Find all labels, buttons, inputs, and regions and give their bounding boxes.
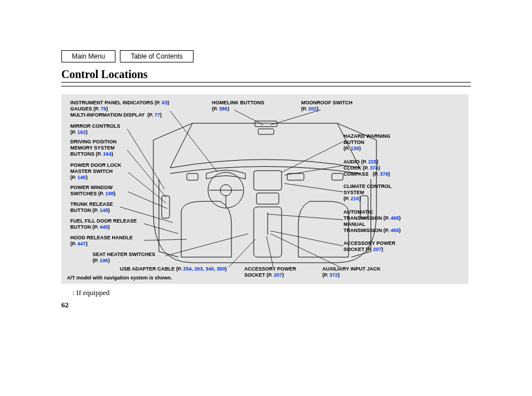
page-ref[interactable]: 75 xyxy=(100,106,106,112)
page-title: Control Locations xyxy=(61,68,471,83)
label-instrument-panel: INSTRUMENT PANEL INDICATORS (P. 63) GAUG… xyxy=(70,100,169,118)
diagram: INSTRUMENT PANEL INDICATORS (P. 63) GAUG… xyxy=(61,94,468,284)
label-homelink: HOMELINK BUTTONS (P. 386) xyxy=(212,100,264,112)
label-moonroof: MOONROOF SWITCH (P. 202) xyxy=(301,100,352,112)
page-ref[interactable]: 372 xyxy=(330,272,338,278)
svg-rect-13 xyxy=(332,173,343,180)
svg-rect-0 xyxy=(254,171,282,190)
dashboard-sketch xyxy=(148,118,382,268)
page-number: 62 xyxy=(61,301,471,310)
page-ref[interactable]: 77 xyxy=(154,112,160,118)
footnote-model: A/T model with navigation system is show… xyxy=(67,275,172,281)
label-seat-heater: SEAT HEATER SWITCHES (P. 196) xyxy=(93,252,155,264)
label-fuel-fill: FUEL FILL DOOR RELEASE BUTTON (P. 445) xyxy=(70,218,137,230)
label-door-lock: POWER DOOR LOCK MASTER SWITCH (P. 146) xyxy=(70,162,122,181)
page-ref[interactable]: 445 xyxy=(100,224,108,230)
svg-rect-1 xyxy=(257,193,279,204)
page-ref[interactable]: 198 xyxy=(105,191,114,196)
title-rule xyxy=(61,86,471,86)
svg-rect-9 xyxy=(360,196,368,218)
page-ref[interactable]: 148 xyxy=(100,207,108,213)
svg-rect-14 xyxy=(287,173,304,180)
page-ref[interactable]: 196 xyxy=(100,258,108,263)
svg-rect-10 xyxy=(258,129,274,134)
page-ref[interactable]: 63 xyxy=(162,100,167,105)
page-ref[interactable]: 202 xyxy=(308,106,317,112)
page-ref[interactable]: 162 xyxy=(78,129,86,135)
label-driving-position: DRIVING POSITION MEMORY SYSTEM BUTTONS (… xyxy=(70,139,117,157)
label-power-window: POWER WINDOW SWITCHES (P. 198) xyxy=(70,185,115,197)
label-trunk-release: TRUNK RELEASE BUTTON (P. 148) xyxy=(70,201,113,214)
page-ref[interactable]: 468 xyxy=(390,215,399,221)
svg-rect-11 xyxy=(255,121,277,127)
page-ref[interactable]: 146 xyxy=(78,175,86,180)
label-mirror-controls: MIRROR CONTROLS (P. 162) xyxy=(70,123,120,136)
nav-buttons: Main Menu Table of Contents xyxy=(61,50,471,62)
main-menu-button[interactable]: Main Menu xyxy=(61,50,115,62)
page-ref[interactable]: 386 xyxy=(219,106,228,112)
page-ref[interactable]: 465 xyxy=(390,228,399,233)
if-equipped-note: : If equipped xyxy=(72,288,471,297)
toc-button[interactable]: Table of Contents xyxy=(120,50,193,62)
svg-rect-12 xyxy=(187,173,198,180)
label-hood-release: HOOD RELEASE HANDLE (P. 447) xyxy=(70,235,133,247)
page-ref[interactable]: 164 xyxy=(103,151,112,157)
svg-rect-8 xyxy=(162,196,170,218)
page-ref[interactable]: 207 xyxy=(274,272,282,278)
page-ref[interactable]: 447 xyxy=(78,241,86,247)
